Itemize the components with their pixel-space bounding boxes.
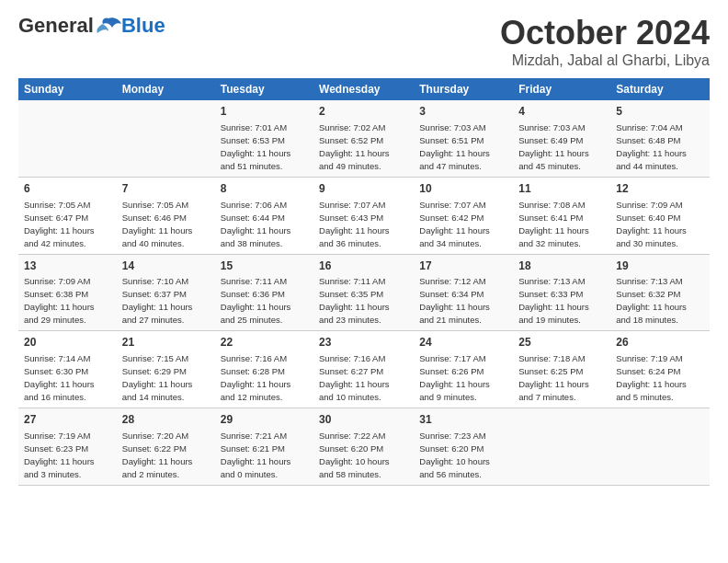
calendar-cell: 10Sunrise: 7:07 AM Sunset: 6:42 PM Dayli… (414, 177, 513, 254)
day-number: 3 (419, 104, 507, 120)
day-number: 7 (122, 181, 210, 197)
calendar-cell: 11Sunrise: 7:08 AM Sunset: 6:41 PM Dayli… (513, 177, 610, 254)
day-number: 23 (319, 335, 408, 350)
day-detail: Sunrise: 7:06 AM Sunset: 6:44 PM Dayligh… (221, 200, 291, 248)
calendar-week-4: 20Sunrise: 7:14 AM Sunset: 6:30 PM Dayli… (18, 331, 710, 408)
calendar-cell: 7Sunrise: 7:05 AM Sunset: 6:46 PM Daylig… (117, 177, 215, 254)
day-number: 26 (616, 335, 704, 350)
day-number: 19 (616, 259, 704, 274)
logo-blue: Blue (121, 14, 165, 38)
header-saturday: Saturday (610, 78, 710, 100)
day-number: 2 (319, 104, 408, 120)
day-number: 9 (319, 181, 408, 197)
page: General Blue October 2024 Mizdah, Jabal … (0, 0, 728, 495)
logo-general: General (18, 14, 94, 38)
day-detail: Sunrise: 7:23 AM Sunset: 6:20 PM Dayligh… (419, 431, 490, 479)
calendar-cell: 18Sunrise: 7:13 AM Sunset: 6:33 PM Dayli… (513, 254, 610, 331)
day-detail: Sunrise: 7:01 AM Sunset: 6:53 PM Dayligh… (221, 122, 291, 171)
calendar-week-3: 13Sunrise: 7:09 AM Sunset: 6:38 PM Dayli… (18, 254, 710, 331)
location-title: Mizdah, Jabal al Gharbi, Libya (500, 52, 710, 69)
day-detail: Sunrise: 7:11 AM Sunset: 6:36 PM Dayligh… (221, 276, 291, 325)
calendar-cell: 14Sunrise: 7:10 AM Sunset: 6:37 PM Dayli… (117, 254, 215, 331)
day-detail: Sunrise: 7:17 AM Sunset: 6:26 PM Dayligh… (419, 353, 490, 402)
day-number: 5 (616, 104, 704, 120)
calendar-cell: 13Sunrise: 7:09 AM Sunset: 6:38 PM Dayli… (18, 254, 117, 331)
day-detail: Sunrise: 7:09 AM Sunset: 6:38 PM Dayligh… (24, 276, 95, 325)
calendar-cell: 17Sunrise: 7:12 AM Sunset: 6:34 PM Dayli… (414, 254, 513, 331)
logo: General Blue (18, 14, 165, 38)
day-number: 14 (122, 259, 210, 274)
day-detail: Sunrise: 7:03 AM Sunset: 6:51 PM Dayligh… (419, 122, 490, 171)
day-detail: Sunrise: 7:02 AM Sunset: 6:52 PM Dayligh… (319, 122, 390, 171)
day-detail: Sunrise: 7:08 AM Sunset: 6:41 PM Dayligh… (518, 200, 589, 248)
calendar-table: Sunday Monday Tuesday Wednesday Thursday… (18, 78, 710, 486)
day-detail: Sunrise: 7:09 AM Sunset: 6:40 PM Dayligh… (616, 200, 687, 248)
day-detail: Sunrise: 7:21 AM Sunset: 6:21 PM Dayligh… (221, 431, 291, 479)
calendar-cell: 30Sunrise: 7:22 AM Sunset: 6:20 PM Dayli… (313, 408, 414, 486)
day-detail: Sunrise: 7:07 AM Sunset: 6:42 PM Dayligh… (419, 200, 490, 248)
day-number: 11 (518, 181, 605, 197)
calendar-cell: 12Sunrise: 7:09 AM Sunset: 6:40 PM Dayli… (610, 177, 710, 254)
day-detail: Sunrise: 7:16 AM Sunset: 6:28 PM Dayligh… (221, 353, 291, 402)
day-number: 12 (616, 181, 704, 197)
day-number: 10 (419, 181, 507, 197)
day-detail: Sunrise: 7:05 AM Sunset: 6:46 PM Dayligh… (122, 200, 193, 248)
day-number: 24 (419, 335, 507, 350)
calendar-cell: 20Sunrise: 7:14 AM Sunset: 6:30 PM Dayli… (18, 331, 117, 408)
calendar-week-1: 1Sunrise: 7:01 AM Sunset: 6:53 PM Daylig… (18, 100, 710, 177)
day-number: 13 (24, 259, 111, 274)
calendar-cell: 24Sunrise: 7:17 AM Sunset: 6:26 PM Dayli… (414, 331, 513, 408)
calendar-cell: 28Sunrise: 7:20 AM Sunset: 6:22 PM Dayli… (117, 408, 215, 486)
calendar-cell: 19Sunrise: 7:13 AM Sunset: 6:32 PM Dayli… (610, 254, 710, 331)
day-detail: Sunrise: 7:19 AM Sunset: 6:23 PM Dayligh… (24, 431, 95, 479)
header-thursday: Thursday (414, 78, 513, 100)
calendar-cell: 29Sunrise: 7:21 AM Sunset: 6:21 PM Dayli… (215, 408, 313, 486)
calendar-cell: 27Sunrise: 7:19 AM Sunset: 6:23 PM Dayli… (18, 408, 117, 486)
day-detail: Sunrise: 7:04 AM Sunset: 6:48 PM Dayligh… (616, 122, 687, 171)
header-sunday: Sunday (18, 78, 117, 100)
day-number: 25 (518, 335, 605, 350)
day-detail: Sunrise: 7:13 AM Sunset: 6:33 PM Dayligh… (518, 276, 589, 325)
header-wednesday: Wednesday (313, 78, 414, 100)
calendar-week-5: 27Sunrise: 7:19 AM Sunset: 6:23 PM Dayli… (18, 408, 710, 486)
day-detail: Sunrise: 7:13 AM Sunset: 6:32 PM Dayligh… (616, 276, 687, 325)
header-monday: Monday (117, 78, 215, 100)
day-number: 22 (221, 335, 308, 350)
day-detail: Sunrise: 7:12 AM Sunset: 6:34 PM Dayligh… (419, 276, 490, 325)
day-number: 6 (24, 181, 111, 197)
calendar-cell: 25Sunrise: 7:18 AM Sunset: 6:25 PM Dayli… (513, 331, 610, 408)
calendar-cell (117, 100, 215, 177)
calendar-cell: 21Sunrise: 7:15 AM Sunset: 6:29 PM Dayli… (117, 331, 215, 408)
day-number: 15 (221, 259, 308, 274)
day-number: 4 (518, 104, 605, 120)
day-number: 1 (221, 104, 308, 120)
calendar-cell: 16Sunrise: 7:11 AM Sunset: 6:35 PM Dayli… (313, 254, 414, 331)
day-detail: Sunrise: 7:05 AM Sunset: 6:47 PM Dayligh… (24, 200, 95, 248)
day-number: 20 (24, 335, 111, 350)
day-detail: Sunrise: 7:15 AM Sunset: 6:29 PM Dayligh… (122, 353, 193, 402)
day-detail: Sunrise: 7:20 AM Sunset: 6:22 PM Dayligh… (122, 431, 193, 479)
calendar-cell: 23Sunrise: 7:16 AM Sunset: 6:27 PM Dayli… (313, 331, 414, 408)
day-number: 18 (518, 259, 605, 274)
day-detail: Sunrise: 7:03 AM Sunset: 6:49 PM Dayligh… (518, 122, 589, 171)
day-number: 28 (122, 412, 210, 428)
day-detail: Sunrise: 7:18 AM Sunset: 6:25 PM Dayligh… (518, 353, 589, 402)
day-detail: Sunrise: 7:16 AM Sunset: 6:27 PM Dayligh… (319, 353, 390, 402)
calendar-cell: 9Sunrise: 7:07 AM Sunset: 6:43 PM Daylig… (313, 177, 414, 254)
day-number: 16 (319, 259, 408, 274)
day-number: 27 (24, 412, 111, 428)
day-detail: Sunrise: 7:22 AM Sunset: 6:20 PM Dayligh… (319, 431, 390, 479)
calendar-cell: 1Sunrise: 7:01 AM Sunset: 6:53 PM Daylig… (215, 100, 313, 177)
calendar-cell: 6Sunrise: 7:05 AM Sunset: 6:47 PM Daylig… (18, 177, 117, 254)
calendar-cell: 2Sunrise: 7:02 AM Sunset: 6:52 PM Daylig… (313, 100, 414, 177)
day-detail: Sunrise: 7:10 AM Sunset: 6:37 PM Dayligh… (122, 276, 193, 325)
calendar-cell: 3Sunrise: 7:03 AM Sunset: 6:51 PM Daylig… (414, 100, 513, 177)
day-number: 30 (319, 412, 408, 428)
day-detail: Sunrise: 7:14 AM Sunset: 6:30 PM Dayligh… (24, 353, 95, 402)
calendar-cell: 5Sunrise: 7:04 AM Sunset: 6:48 PM Daylig… (610, 100, 710, 177)
calendar-cell: 8Sunrise: 7:06 AM Sunset: 6:44 PM Daylig… (215, 177, 313, 254)
title-block: October 2024 Mizdah, Jabal al Gharbi, Li… (500, 14, 710, 69)
day-number: 17 (419, 259, 507, 274)
day-detail: Sunrise: 7:11 AM Sunset: 6:35 PM Dayligh… (319, 276, 390, 325)
calendar-cell (513, 408, 610, 486)
